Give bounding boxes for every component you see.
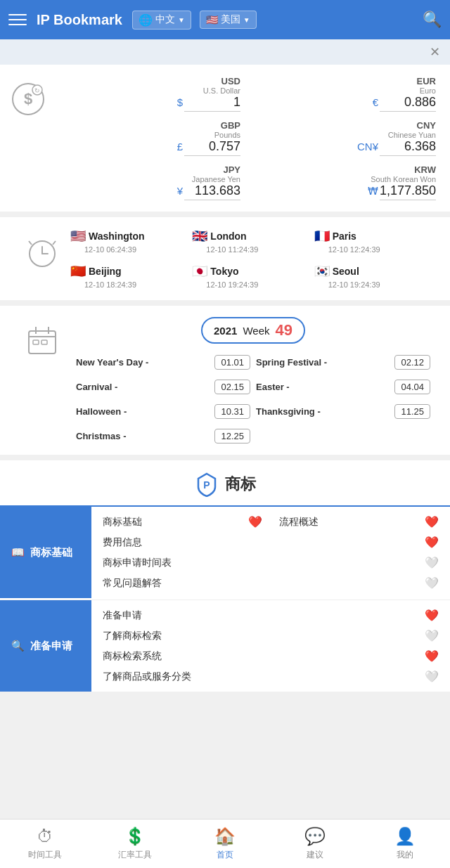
spring-label: Spring Festival - xyxy=(256,357,327,368)
heart-empty-icon[interactable]: 🤍 xyxy=(425,670,439,683)
currency-section: $ ↻ USD U.S. Dollar $ 1 EUR Euro € 0.886… xyxy=(0,65,450,212)
nav-home[interactable]: 🏠 首页 xyxy=(180,820,270,868)
trademark-section: P 商标 📖 商标基础 商标基础 ❤️ 流程概述 ❤️ 费用信息 ❤️ 商标申请… xyxy=(0,460,450,692)
holiday-grid: New Year's Day - 01.01 Spring Festival -… xyxy=(70,355,436,443)
heart-filled-icon[interactable]: ❤️ xyxy=(425,515,439,529)
jpy-value[interactable]: 113.683 xyxy=(184,183,240,200)
paris-flag-icon: 🇫🇷 xyxy=(314,228,330,244)
easter-label: Easter - xyxy=(256,382,290,392)
time-tools-label: 时间工具 xyxy=(28,849,62,861)
item-prepare-apply[interactable]: 准备申请 xyxy=(103,609,419,622)
jpy-code: JPY xyxy=(223,164,240,175)
item-learn-search[interactable]: 了解商标检索 xyxy=(103,630,419,642)
item-application-timeline[interactable]: 商标申请时间表 xyxy=(103,557,419,569)
currency-krw: KRW South Korean Won ₩ 1,177.850 xyxy=(252,164,436,200)
beijing-time: 12-10 18:24:39 xyxy=(84,280,136,289)
currency-tools-icon: 💲 xyxy=(124,827,146,846)
easter-date: 04.04 xyxy=(394,380,430,394)
seoul-time: 12-10 19:24:39 xyxy=(328,280,380,289)
search-close-icon[interactable]: ✕ xyxy=(430,44,440,60)
item-goods-classification[interactable]: 了解商品或服务分类 xyxy=(103,671,419,683)
heart-filled-icon[interactable]: ❤️ xyxy=(248,515,262,529)
list-item: 常见问题解答 🤍 xyxy=(103,576,439,590)
clock-seoul: 🇰🇷Seoul 12-10 19:24:39 xyxy=(314,264,436,289)
nav-currency-tools[interactable]: 💲 汇率工具 xyxy=(90,820,180,868)
language-selector[interactable]: 🌐 中文 ▼ xyxy=(132,11,191,30)
tokyo-time: 12-10 19:24:39 xyxy=(206,280,258,289)
dollar-circle-icon: $ ↻ xyxy=(11,82,46,117)
search-circle-icon: 🔍 xyxy=(11,640,25,652)
eur-value[interactable]: 0.886 xyxy=(380,95,436,112)
week-row: 2021 Week 49 xyxy=(70,317,436,344)
thanksgiving-date: 11.25 xyxy=(394,404,430,419)
paris-time: 12-10 12:24:39 xyxy=(328,245,380,254)
london-flag-icon: 🇬🇧 xyxy=(192,228,207,244)
calendar-content: 2021 Week 49 New Year's Day - 01.01 Spri… xyxy=(70,317,436,443)
region-selector[interactable]: 🇺🇸 美国 ▼ xyxy=(200,11,257,29)
cny-value[interactable]: 6.368 xyxy=(380,139,436,156)
spring-date: 02.12 xyxy=(394,355,430,370)
svg-text:$: $ xyxy=(24,90,32,108)
item-search-system[interactable]: 商标检索系统 xyxy=(103,650,419,663)
item-process-overview[interactable]: 流程概述 xyxy=(268,516,419,529)
beijing-flag-icon: 🇨🇳 xyxy=(70,264,86,279)
currency-usd: USD U.S. Dollar $ 1 xyxy=(56,76,240,112)
list-item: 费用信息 ❤️ xyxy=(103,536,439,549)
heart-filled-icon[interactable]: ❤️ xyxy=(425,609,439,622)
beijing-city: Beijing xyxy=(89,266,122,277)
holiday-easter: Easter - 04.04 xyxy=(256,380,430,394)
heart-filled-icon[interactable]: ❤️ xyxy=(425,649,439,663)
carnival-date: 02.15 xyxy=(214,380,250,394)
usd-value[interactable]: 1 xyxy=(184,95,240,112)
category-basics-items: 商标基础 ❤️ 流程概述 ❤️ 费用信息 ❤️ 商标申请时间表 🤍 常见问题解答… xyxy=(91,507,450,598)
carnival-label: Carnival - xyxy=(76,382,117,392)
washington-time: 12-10 06:24:39 xyxy=(84,245,136,254)
heart-empty-icon[interactable]: 🤍 xyxy=(425,629,439,642)
gbp-symbol: £ xyxy=(177,141,183,153)
nav-suggestions[interactable]: 💬 建议 xyxy=(270,820,360,868)
category-apply: 🔍 准备申请 准备申请 ❤️ 了解商标检索 🤍 商标检索系统 ❤️ 了解商品或服… xyxy=(0,600,450,692)
gbp-code: GBP xyxy=(221,120,240,131)
holiday-newyear: New Year's Day - 01.01 xyxy=(76,355,250,370)
usd-symbol: $ xyxy=(177,96,183,108)
region-flag-icon: 🇺🇸 xyxy=(206,14,218,25)
usd-code: USD xyxy=(221,76,240,86)
london-time: 12-10 11:24:39 xyxy=(206,245,258,254)
svg-text:P: P xyxy=(203,479,210,491)
tokyo-flag-icon: 🇯🇵 xyxy=(192,264,207,279)
week-number: 49 xyxy=(275,321,292,339)
item-faq[interactable]: 常见问题解答 xyxy=(103,577,419,590)
seoul-city: Seoul xyxy=(333,266,359,277)
krw-value[interactable]: 1,177.850 xyxy=(380,183,436,200)
clock-beijing: 🇨🇳Beijing 12-10 18:24:39 xyxy=(70,264,192,289)
list-item: 商标基础 ❤️ 流程概述 ❤️ xyxy=(103,515,439,529)
svg-rect-13 xyxy=(33,340,39,344)
heart-empty-icon[interactable]: 🤍 xyxy=(425,576,439,590)
list-item: 商标检索系统 ❤️ xyxy=(103,649,439,663)
week-box: 2021 Week 49 xyxy=(201,317,305,344)
gbp-value[interactable]: 0.757 xyxy=(184,139,240,156)
clock-london: 🇬🇧London 12-10 11:24:39 xyxy=(192,228,314,254)
category-basics-label[interactable]: 📖 商标基础 xyxy=(0,507,91,598)
category-apply-text: 准备申请 xyxy=(30,640,72,653)
profile-icon: 👤 xyxy=(394,827,416,846)
item-trademark-basics[interactable]: 商标基础 xyxy=(103,516,243,529)
christmas-date: 12.25 xyxy=(214,429,250,443)
halloween-label: Halloween - xyxy=(76,406,127,417)
nav-time-tools[interactable]: ⏱ 时间工具 xyxy=(0,820,90,868)
newyear-label: New Year's Day - xyxy=(76,357,148,368)
search-button[interactable]: 🔍 xyxy=(423,11,442,29)
category-apply-items: 准备申请 ❤️ 了解商标检索 🤍 商标检索系统 ❤️ 了解商品或服务分类 🤍 xyxy=(91,600,450,692)
profile-label: 我的 xyxy=(397,849,413,861)
thanksgiving-label: Thanksgiving - xyxy=(256,406,321,417)
item-fee-info[interactable]: 费用信息 xyxy=(103,536,419,549)
currency-gbp: GBP Pounds £ 0.757 xyxy=(56,120,240,156)
heart-filled-icon[interactable]: ❤️ xyxy=(425,536,439,549)
category-apply-label[interactable]: 🔍 准备申请 xyxy=(0,600,91,692)
heart-empty-icon[interactable]: 🤍 xyxy=(425,556,439,569)
clock-section-icon xyxy=(14,228,70,269)
clock-grid: 🇺🇸Washington 12-10 06:24:39 🇬🇧London 12-… xyxy=(70,228,436,289)
menu-button[interactable] xyxy=(8,8,31,31)
calendar-section: 2021 Week 49 New Year's Day - 01.01 Spri… xyxy=(0,306,450,455)
nav-profile[interactable]: 👤 我的 xyxy=(360,820,450,868)
